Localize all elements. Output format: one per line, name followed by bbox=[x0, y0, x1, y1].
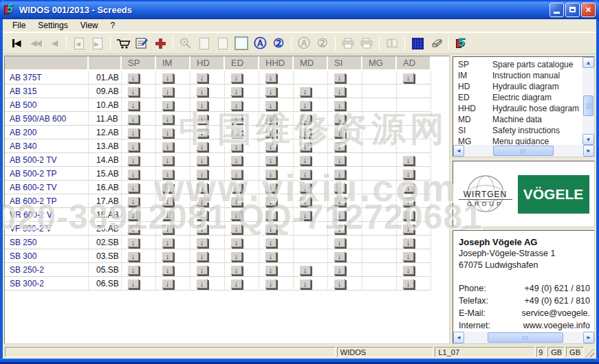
download-button[interactable]: ↓ bbox=[402, 279, 414, 288]
download-button[interactable]: ↓ bbox=[162, 114, 173, 124]
download-button[interactable]: ↓ bbox=[299, 87, 311, 96]
row-name[interactable]: AB 340 bbox=[5, 139, 89, 153]
download-button[interactable]: ↓ bbox=[334, 196, 345, 206]
row-name[interactable]: AB 315 bbox=[5, 84, 89, 98]
scroll-thumb[interactable] bbox=[493, 146, 554, 156]
download-button[interactable]: ↓ bbox=[127, 196, 139, 206]
row-name[interactable]: AB 600-2 TV bbox=[5, 181, 89, 194]
download-button[interactable]: ↓ bbox=[334, 265, 345, 275]
download-button[interactable]: ↓ bbox=[127, 265, 139, 275]
download-button[interactable]: ↓ bbox=[230, 183, 242, 192]
download-button[interactable]: ↓ bbox=[127, 279, 139, 288]
download-button[interactable]: ↓ bbox=[127, 210, 139, 220]
download-button[interactable]: ↓ bbox=[196, 141, 208, 151]
download-button[interactable]: ↓ bbox=[127, 141, 139, 151]
download-button[interactable]: ↓ bbox=[402, 224, 414, 234]
download-button[interactable]: ↓ bbox=[162, 210, 173, 220]
download-button[interactable]: ↓ bbox=[265, 196, 276, 206]
download-button[interactable]: ↓ bbox=[299, 128, 311, 137]
download-button[interactable]: ↓ bbox=[127, 224, 139, 234]
download-button[interactable]: ↓ bbox=[162, 141, 173, 151]
doc-next-button[interactable]: ▶ bbox=[89, 35, 106, 52]
row-name[interactable]: AB 375T bbox=[5, 71, 89, 84]
selection-box-button[interactable] bbox=[233, 35, 250, 52]
download-button[interactable]: ↓ bbox=[196, 128, 208, 137]
download-button[interactable]: ↓ bbox=[162, 169, 173, 179]
download-button[interactable]: ↓ bbox=[334, 210, 345, 220]
scroll-right-icon[interactable]: ► bbox=[583, 145, 594, 157]
download-button[interactable]: ↓ bbox=[230, 155, 242, 165]
row-name[interactable]: AB 500 bbox=[5, 98, 89, 112]
scroll-right-icon[interactable]: ► bbox=[583, 332, 594, 343]
screen-grid-button[interactable] bbox=[409, 35, 426, 52]
download-button[interactable]: ↓ bbox=[230, 210, 242, 220]
download-button[interactable]: ↓ bbox=[162, 73, 173, 82]
download-button[interactable]: ↓ bbox=[127, 183, 139, 192]
download-button[interactable]: ↓ bbox=[334, 87, 345, 96]
download-button[interactable]: ↓ bbox=[127, 128, 139, 137]
row-name[interactable]: AB 590/AB 600 bbox=[5, 112, 89, 126]
download-button[interactable]: ↓ bbox=[402, 183, 414, 192]
print-all-button[interactable] bbox=[358, 35, 375, 52]
download-button[interactable]: ↓ bbox=[162, 183, 173, 192]
download-button[interactable]: ↓ bbox=[402, 265, 414, 275]
download-button[interactable]: ↓ bbox=[127, 251, 139, 261]
widos-logo-button[interactable]: 5 bbox=[453, 35, 470, 52]
download-button[interactable]: ↓ bbox=[299, 100, 311, 110]
contact-horizontal-scrollbar[interactable]: ◄ ► bbox=[453, 332, 594, 343]
download-button[interactable]: ↓ bbox=[299, 265, 311, 275]
scroll-up-icon[interactable]: ▲ bbox=[582, 57, 594, 68]
download-button[interactable]: ↓ bbox=[230, 87, 242, 96]
menu-help[interactable]: ? bbox=[105, 20, 122, 31]
download-button[interactable]: ↓ bbox=[334, 224, 345, 234]
download-button[interactable]: ↓ bbox=[127, 114, 139, 124]
scroll-left-icon[interactable]: ◄ bbox=[453, 332, 464, 343]
row-name[interactable]: AB 600-2 TP bbox=[5, 194, 89, 208]
manual-button[interactable] bbox=[384, 35, 400, 52]
download-button[interactable]: ↓ bbox=[334, 114, 345, 124]
download-button[interactable]: ↓ bbox=[299, 141, 311, 151]
download-button[interactable]: ↓ bbox=[334, 155, 345, 165]
order-form-button[interactable] bbox=[133, 35, 150, 52]
download-button[interactable]: ↓ bbox=[265, 114, 276, 124]
download-button[interactable]: ↓ bbox=[299, 279, 311, 288]
download-button[interactable]: ↓ bbox=[230, 73, 242, 82]
row-name[interactable]: AB 500-2 TV bbox=[5, 153, 89, 167]
download-button[interactable]: ↓ bbox=[162, 251, 173, 261]
nav-prev-button[interactable]: ◀ bbox=[45, 35, 62, 52]
download-button[interactable]: ↓ bbox=[334, 128, 345, 137]
download-button[interactable]: ↓ bbox=[196, 114, 208, 124]
download-button[interactable]: ↓ bbox=[230, 279, 242, 288]
download-button[interactable]: ↓ bbox=[196, 87, 208, 96]
download-button[interactable]: ↓ bbox=[265, 100, 276, 110]
download-button[interactable]: ↓ bbox=[196, 210, 208, 220]
download-button[interactable]: ↓ bbox=[299, 155, 311, 165]
close-button[interactable]: ✕ bbox=[581, 3, 596, 17]
download-button[interactable]: ↓ bbox=[230, 128, 242, 137]
download-button[interactable]: ↓ bbox=[402, 196, 414, 206]
download-button[interactable]: ↓ bbox=[265, 210, 276, 220]
print-button[interactable] bbox=[340, 35, 356, 52]
download-button[interactable]: ↓ bbox=[162, 128, 173, 137]
download-button[interactable]: ↓ bbox=[162, 238, 173, 247]
menu-file[interactable]: File bbox=[6, 20, 32, 31]
download-button[interactable]: ↓ bbox=[299, 114, 311, 124]
download-button[interactable]: ↓ bbox=[265, 155, 276, 165]
download-button[interactable]: ↓ bbox=[230, 100, 242, 110]
download-button[interactable]: ↓ bbox=[265, 238, 276, 247]
download-button[interactable]: ↓ bbox=[230, 224, 242, 234]
download-button[interactable]: ↓ bbox=[162, 155, 173, 165]
download-button[interactable]: ↓ bbox=[196, 238, 208, 247]
row-name[interactable]: SB 300-2 bbox=[5, 277, 89, 291]
minimize-button[interactable] bbox=[549, 3, 564, 17]
download-button[interactable]: ↓ bbox=[402, 169, 414, 179]
row-name[interactable]: AB 200 bbox=[5, 126, 89, 139]
download-button[interactable]: ↓ bbox=[230, 141, 242, 151]
download-button[interactable]: ↓ bbox=[162, 100, 173, 110]
page-single-button[interactable] bbox=[196, 35, 213, 52]
scroll-down-icon[interactable]: ▼ bbox=[582, 134, 594, 145]
download-button[interactable]: ↓ bbox=[334, 141, 345, 151]
resize-grip[interactable] bbox=[585, 348, 594, 357]
download-button[interactable]: ↓ bbox=[127, 100, 139, 110]
download-button[interactable]: ↓ bbox=[196, 73, 208, 82]
